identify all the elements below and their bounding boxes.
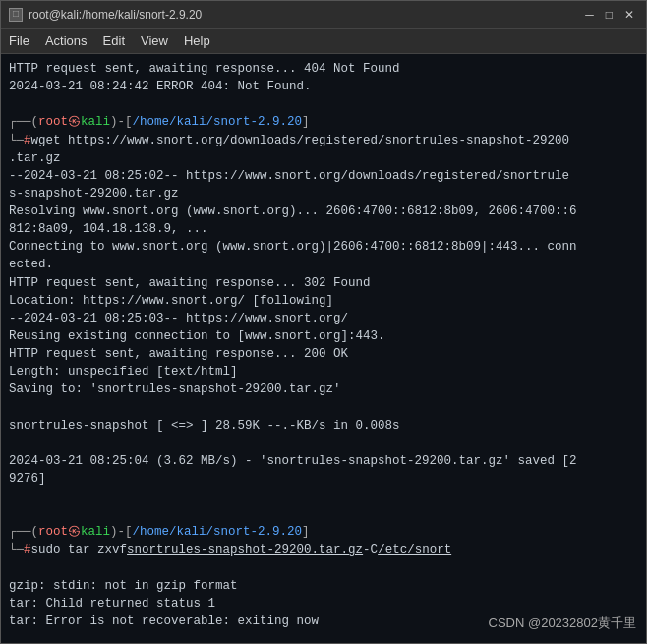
terminal-window: □ root@kali:/home/kali/snort-2.9.20 ─ □ …: [0, 0, 647, 644]
line-blank-3: [9, 435, 638, 452]
menu-file[interactable]: File: [9, 33, 29, 48]
line-tar1: tar: Child returned status 1: [9, 595, 638, 613]
close-button[interactable]: ✕: [620, 8, 638, 22]
line-blank-1: [9, 95, 638, 113]
prompt-2: ┌──(root㉿kali)-[/home/kali/snort-2.9.20]: [9, 523, 638, 541]
line-9: Reusing existing connection to [www.snor…: [9, 327, 638, 345]
prompt-1: ┌──(root㉿kali)-[/home/kali/snort-2.9.20]: [9, 113, 638, 131]
line-4: Resolving www.snort.org (www.snort.org).…: [9, 203, 638, 220]
menu-help[interactable]: Help: [184, 33, 210, 48]
line-8: --2024-03-21 08:25:03-- https://www.snor…: [9, 310, 638, 327]
watermark: CSDN @20232802黄千里: [489, 615, 636, 633]
line-progress: snortrules-snapshot [ <=> ] 28.59K --.-K…: [9, 417, 638, 435]
window-title: root@kali:/home/kali/snort-2.9.20: [29, 8, 202, 22]
line-3b: s-snapshot-29200.tar.gz: [9, 185, 638, 203]
line-saved-b: 9276]: [9, 470, 638, 488]
line-cmd2: └─# sudo tar zxvf snortrules-snapshot-29…: [9, 541, 638, 558]
line-6: HTTP request sent, awaiting response... …: [9, 274, 638, 292]
line-11: Length: unspecified [text/html]: [9, 363, 638, 381]
menu-bar: File Actions Edit View Help: [1, 29, 646, 54]
line-7: Location: https://www.snort.org/ [follow…: [9, 292, 638, 310]
line-4b: 812:8a09, 104.18.138.9, ...: [9, 220, 638, 238]
line-blank-5: [9, 505, 638, 523]
line-1: HTTP request sent, awaiting response... …: [9, 60, 638, 78]
line-saved: 2024-03-21 08:25:04 (3.62 MB/s) - 'snort…: [9, 452, 638, 470]
menu-edit[interactable]: Edit: [103, 33, 125, 48]
maximize-button[interactable]: □: [602, 8, 617, 22]
line-blank-6: [9, 559, 638, 577]
window-controls: ─ □ ✕: [581, 8, 638, 22]
title-bar-left: □ root@kali:/home/kali/snort-2.9.20: [9, 8, 202, 22]
line-blank-4: [9, 488, 638, 505]
line-2: 2024-03-21 08:24:42 ERROR 404: Not Found…: [9, 78, 638, 95]
terminal-body[interactable]: HTTP request sent, awaiting response... …: [1, 54, 646, 643]
line-5: Connecting to www.snort.org (www.snort.o…: [9, 238, 638, 256]
line-cmd1b: .tar.gz: [9, 149, 638, 167]
line-5b: ected.: [9, 256, 638, 273]
window-icon: □: [9, 8, 23, 22]
line-cmd1: └─# wget https://www.snort.org/downloads…: [9, 132, 638, 149]
minimize-button[interactable]: ─: [581, 8, 598, 22]
line-gzip: gzip: stdin: not in gzip format: [9, 577, 638, 595]
line-blank-2: [9, 398, 638, 416]
line-12: Saving to: 'snortrules-snapshot-29200.ta…: [9, 381, 638, 398]
line-10: HTTP request sent, awaiting response... …: [9, 345, 638, 363]
title-bar: □ root@kali:/home/kali/snort-2.9.20 ─ □ …: [1, 1, 646, 29]
menu-view[interactable]: View: [141, 33, 168, 48]
line-3: --2024-03-21 08:25:02-- https://www.snor…: [9, 167, 638, 185]
menu-actions[interactable]: Actions: [45, 33, 88, 48]
